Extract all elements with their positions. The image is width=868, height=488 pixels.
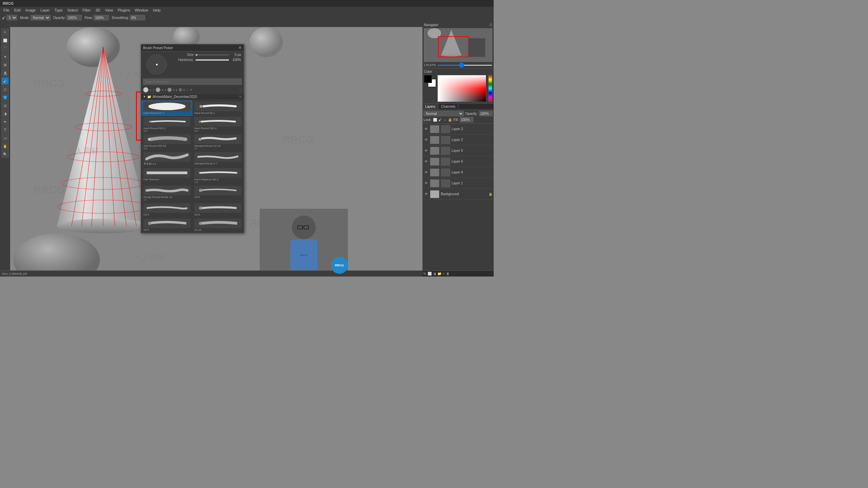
mode-dropdown[interactable]: Normal [31, 15, 51, 20]
layer-visibility-layer6[interactable]: 👁 [424, 159, 429, 164]
menu-filter[interactable]: Filter [80, 7, 93, 13]
move-tool[interactable]: ↖ [1, 28, 9, 36]
brush-tool[interactable]: 🖌 [1, 77, 9, 85]
brush-item-hard-round-500-3[interactable]: Hard Round 500 3 500 [142, 116, 192, 133]
layer-group-btn[interactable]: 📁 [437, 272, 441, 276]
layer-visibility-layer1[interactable]: 👁 [424, 181, 429, 186]
lock-position-icon[interactable]: ↔ [443, 118, 447, 122]
layer-item-layer1[interactable]: 👁 Layer 1 [422, 178, 494, 189]
shape-tool[interactable]: ▭ [1, 134, 9, 142]
layer-delete-btn[interactable]: 🗑 [446, 272, 450, 276]
blur-tool[interactable]: ◎ [1, 102, 9, 109]
brush-list-container[interactable]: ▼ 📁 AhmedAlbori_December2020 ✎ Hard Roun… [141, 94, 244, 233]
brush-item-oil-6[interactable]: Oil 6 [193, 202, 243, 217]
brush-item-oil-5[interactable]: Oil 5 [142, 202, 192, 217]
brush-preview-sampled-2 [194, 152, 241, 162]
brush-item-hard-round-47[interactable]: Hard Round 47 2 [142, 101, 192, 116]
layer-visibility-layer3[interactable]: 👁 [424, 127, 429, 131]
lasso-tool[interactable]: ⌒ [1, 45, 9, 52]
brush-size-icon-1[interactable] [143, 87, 149, 93]
brush-item-hard-round-80[interactable]: Hard Round 80 1 [193, 101, 243, 116]
brush-panel-close-btn[interactable]: ✕ [238, 45, 242, 50]
menu-view[interactable]: View [103, 7, 115, 13]
menu-image[interactable]: Image [23, 7, 38, 13]
marquee-tool[interactable]: ⬜ [1, 37, 9, 44]
brush-size-icon-5[interactable] [186, 88, 189, 91]
layer-adj-btn[interactable]: ◑ [433, 272, 436, 276]
menu-file[interactable]: File [1, 7, 12, 13]
layer-item-layer4[interactable]: 👁 Layer 4 [422, 167, 494, 178]
eraser-tool[interactable]: ◻ [1, 85, 9, 93]
fill-input-layers[interactable] [460, 117, 473, 122]
flow-input[interactable] [94, 15, 109, 20]
smoothing-input[interactable] [130, 15, 145, 20]
navigator-preview-area[interactable] [424, 28, 492, 62]
opacity-input[interactable] [66, 15, 82, 20]
color-spectrum-bar[interactable] [488, 75, 492, 102]
layer-mask-btn[interactable]: ⬜ [428, 272, 432, 276]
color-gradient-area[interactable] [437, 75, 486, 102]
lock-all-icon[interactable]: 🔒 [448, 118, 452, 122]
layer-mode-dropdown[interactable]: Normal [423, 111, 464, 116]
layer-item-layer5[interactable]: 👁 Layer 5 [422, 145, 494, 156]
layer-visibility-layer4[interactable]: 👁 [424, 170, 429, 175]
layer-add-btn[interactable]: + [443, 272, 445, 276]
brush-size-dropdown[interactable]: 5 [6, 15, 17, 20]
brush-item-oil-10[interactable]: Oil 10 [193, 218, 243, 232]
zoom-tool[interactable]: 🔍 [1, 150, 9, 158]
brush-item-oil-3[interactable]: Oil 3 [193, 185, 243, 202]
tab-channels[interactable]: Channels [438, 104, 458, 109]
pen-tool[interactable]: ✒ [1, 118, 9, 125]
layer-item-background[interactable]: 👁 Background 🔒 [422, 189, 494, 200]
menu-edit[interactable]: Edit [12, 7, 23, 13]
layer-visibility-layer5[interactable]: 👁 [424, 148, 429, 153]
opacity-input-layers[interactable] [479, 111, 493, 116]
menu-select[interactable]: Select [65, 7, 80, 13]
navigator-zoom-slider[interactable] [437, 65, 492, 66]
brush-item-hard-round-500-4[interactable]: Hard Round 500 4 500 [193, 116, 243, 133]
fill-tool[interactable]: 🪣 [1, 94, 9, 101]
tab-layers[interactable]: Layers [422, 104, 438, 109]
navigator-options-icon[interactable]: ☰ [489, 23, 492, 27]
brush-preview-oil-6 [194, 203, 241, 213]
brush-edit-icon[interactable]: ✎ [239, 95, 242, 99]
wand-tool[interactable]: ✦ [1, 53, 9, 60]
brush-item-sampled-10[interactable]: Sampled Brush 10 16 10 [193, 134, 243, 151]
layer-visibility-background[interactable]: 👁 [424, 192, 429, 197]
brush-item-flat-textured[interactable]: Flat Textured [142, 167, 192, 184]
brush-item-caomuxia[interactable]: 草木刷 3 5 [142, 151, 192, 167]
brush-group-1-header[interactable]: ▼ 📁 AhmedAlbori_December2020 ✎ [141, 94, 244, 100]
hardness-slider-track[interactable] [196, 59, 229, 61]
layer-item-layer6[interactable]: 👁 Layer 6 [422, 156, 494, 167]
menu-3d[interactable]: 3D [94, 7, 102, 13]
layer-item-layer2[interactable]: 👁 Layer 2 [422, 135, 494, 145]
brush-search-input[interactable] [143, 79, 242, 85]
hand-tool[interactable]: ✋ [1, 142, 9, 150]
size-slider-track[interactable] [196, 54, 229, 56]
brush-size-icon-2[interactable] [156, 87, 160, 92]
brush-item-sampled-2[interactable]: Sampled Brush 2 7 [193, 151, 243, 167]
brush-size-icon-3[interactable] [167, 88, 172, 92]
layer-visibility-layer2[interactable]: 👁 [424, 138, 429, 142]
menu-window[interactable]: Window [133, 7, 150, 13]
layer-fx-btn[interactable]: fx [423, 272, 426, 276]
menu-plugins[interactable]: Plugins [116, 7, 132, 13]
type-tool[interactable]: T [1, 126, 9, 134]
layer-item-layer3[interactable]: 👁 Layer 3 [422, 124, 494, 135]
crop-tool[interactable]: ⊞ [1, 61, 9, 68]
foreground-color-swatch[interactable] [424, 75, 432, 83]
layers-list[interactable]: 👁 Layer 3 👁 Layer 2 👁 Layer 5 👁 [422, 124, 494, 270]
brush-options-dots[interactable]: ⋮ [239, 88, 242, 92]
menu-type[interactable]: Type [53, 7, 65, 13]
lock-transparent-icon[interactable]: ⬜ [433, 118, 437, 122]
lock-image-icon[interactable]: 🖌 [438, 118, 442, 122]
brush-item-rough-round[interactable]: Rough Round Bristle 14 14 [142, 185, 192, 202]
menu-help[interactable]: Help [151, 7, 163, 13]
eyedropper-tool[interactable]: 🔬 [1, 69, 9, 77]
brush-item-soft-round-500[interactable]: Soft Round 500 63 500 [142, 134, 192, 151]
brush-item-oil-9[interactable]: Oil 9 [142, 218, 192, 232]
brush-item-hard-elliptical[interactable]: Hard Elliptical 190 2 190 [193, 167, 243, 184]
brush-size-icon-4[interactable] [179, 88, 182, 92]
menu-layer[interactable]: Layer [38, 7, 52, 13]
dodge-tool[interactable]: ◑ [1, 110, 9, 117]
